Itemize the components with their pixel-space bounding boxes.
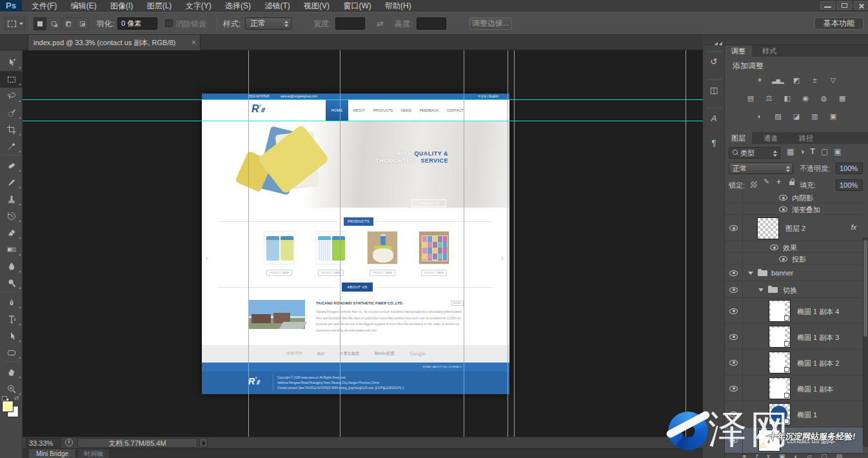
style-select[interactable]: 正常 [245, 17, 291, 30]
visibility-eye-icon[interactable] [729, 334, 738, 340]
vibrance-icon[interactable]: ▽ [825, 75, 841, 86]
eraser-tool[interactable] [0, 224, 23, 241]
lock-position-icon[interactable]: + [776, 177, 781, 186]
new-layer-icon[interactable]: ▢ [821, 453, 836, 458]
visibility-eye-icon[interactable] [729, 225, 738, 231]
swap-dimensions-icon[interactable]: ⇄ [377, 19, 384, 28]
layer-ellipse-copy-3[interactable]: 椭圆 1 副本 3 [725, 324, 863, 350]
spot-healing-brush-tool[interactable] [0, 157, 23, 174]
lock-pixels-icon[interactable]: ✎ [764, 177, 769, 186]
filter-smart-objects-icon[interactable]: ▣ [834, 147, 847, 156]
layer-filter-type-select[interactable]: 类型 [729, 147, 780, 159]
brush-tool[interactable] [0, 174, 23, 191]
gradient-map-icon[interactable]: ▥ [807, 111, 822, 122]
delete-layer-icon[interactable]: ▤ [836, 453, 851, 458]
move-tool[interactable] [0, 54, 23, 71]
lasso-tool[interactable] [0, 88, 23, 105]
layer-group-qiehuan[interactable]: 切换 [725, 282, 863, 298]
type-tool[interactable] [0, 311, 23, 328]
filter-adjustment-layers-icon[interactable]: ◑ [800, 147, 810, 156]
threshold-icon[interactable]: ◪ [789, 111, 804, 122]
pen-tool[interactable] [0, 294, 23, 311]
visibility-eye-icon[interactable] [729, 437, 738, 443]
visibility-eye-icon[interactable] [729, 412, 738, 417]
layer-ellipse-1[interactable]: 椭圆 1 [725, 402, 863, 427]
link-layers-icon[interactable]: ⚭ [742, 453, 756, 458]
invert-icon[interactable]: ◐ [752, 111, 767, 122]
dodge-tool[interactable] [0, 275, 23, 292]
gradient-tool[interactable] [0, 241, 23, 258]
tab-paths[interactable]: 路径 [793, 132, 820, 144]
layer-thumbnail[interactable] [769, 377, 791, 399]
status-options-arrow[interactable] [199, 438, 208, 448]
layer-effects-header[interactable]: 效果 [725, 242, 863, 253]
layer-fx-badge[interactable]: fx [851, 223, 856, 231]
layer-effect-gradient-overlay[interactable]: 渐变叠加 [725, 204, 863, 215]
menu-layer[interactable]: 图层(L) [141, 0, 178, 12]
menu-file[interactable]: 文件(F) [26, 0, 63, 12]
default-colors-icon[interactable] [2, 396, 7, 401]
height-input[interactable] [417, 17, 446, 30]
guide-vertical-6[interactable] [686, 50, 686, 437]
color-balance-icon[interactable]: ⚖ [761, 93, 776, 104]
document-tab[interactable]: index.psd @ 33.3% (contact us 副本, RGB/8)… [28, 35, 201, 50]
guide-vertical-4[interactable] [508, 50, 508, 437]
filter-pixel-layers-icon[interactable]: ▦ [787, 147, 800, 156]
layer-thumbnail[interactable] [769, 403, 791, 425]
visibility-eye-icon[interactable] [729, 270, 738, 276]
path-selection-tool[interactable] [0, 328, 23, 344]
hand-tool[interactable] [0, 364, 23, 381]
visibility-eye-icon[interactable] [729, 287, 738, 293]
visibility-eye-icon[interactable] [779, 195, 787, 201]
tab-channels[interactable]: 通道 [757, 132, 784, 144]
swap-colors-icon[interactable]: ⇄ [14, 395, 19, 401]
layers-scrollbar-thumb[interactable] [863, 240, 867, 337]
layer-ellipse-copy-4[interactable]: 椭圆 1 副本 4 [725, 299, 863, 324]
close-button[interactable] [854, 1, 868, 10]
menu-select[interactable]: 选择(S) [219, 0, 257, 12]
channel-mixer-icon[interactable]: ◍ [816, 93, 832, 104]
refine-edge-button[interactable]: 调整边缘... [469, 17, 512, 30]
guide-horizontal-2[interactable] [23, 121, 703, 121]
crop-tool[interactable] [0, 121, 23, 138]
menu-type[interactable]: 文字(Y) [180, 0, 217, 12]
clone-stamp-tool[interactable] [0, 191, 23, 208]
menu-help[interactable]: 帮助(H) [379, 0, 417, 12]
filter-shape-layers-icon[interactable]: ▢ [821, 147, 834, 156]
layer-ellipse-copy[interactable]: 椭圆 1 副本 [725, 376, 863, 401]
visibility-eye-icon[interactable] [779, 206, 787, 212]
restore-button[interactable] [837, 1, 852, 10]
menu-image[interactable]: 图像(I) [104, 0, 139, 12]
opacity-value[interactable]: 100% [836, 163, 863, 174]
new-group-icon[interactable]: ▱ [807, 453, 822, 458]
workspace-switcher-button[interactable]: 基本功能 [814, 17, 863, 30]
layer-row-layer2[interactable]: 图层 2 fx [725, 215, 863, 241]
layer-thumbnail[interactable] [769, 352, 791, 373]
group-expand-icon[interactable] [748, 272, 753, 275]
exposure-icon[interactable]: ± [807, 75, 822, 86]
selection-mode-add[interactable] [48, 17, 61, 30]
tab-layers[interactable]: 图层 [725, 132, 752, 144]
hue-saturation-icon[interactable]: ▤ [743, 93, 758, 104]
history-brush-tool[interactable] [0, 208, 23, 224]
lock-all-icon[interactable] [789, 176, 794, 188]
guide-vertical-5[interactable] [514, 50, 515, 437]
antialias-checkbox[interactable] [165, 19, 173, 27]
width-input[interactable] [335, 17, 365, 30]
layer-thumbnail[interactable] [769, 300, 791, 322]
posterize-icon[interactable]: ▨ [771, 111, 786, 122]
properties-panel-icon[interactable]: ◫ [705, 83, 723, 98]
shape-tool[interactable] [0, 344, 23, 361]
eyedropper-tool[interactable] [0, 138, 23, 155]
menu-filter[interactable]: 滤镜(T) [259, 0, 295, 12]
layer-ellipse-copy-2[interactable]: 椭圆 1 副本 2 [725, 350, 863, 375]
text-layer-thumbnail[interactable]: T ⚠ [758, 430, 780, 452]
brightness-contrast-icon[interactable]: ☀ [752, 75, 767, 86]
visibility-eye-icon[interactable] [729, 360, 738, 366]
tab-close-icon[interactable]: × [192, 35, 196, 50]
tab-adjustments[interactable]: 调整 [725, 45, 752, 57]
visibility-eye-icon[interactable] [729, 386, 738, 392]
blur-tool[interactable] [0, 258, 23, 275]
quick-selection-tool[interactable] [0, 105, 23, 121]
minimize-button[interactable] [820, 1, 835, 10]
